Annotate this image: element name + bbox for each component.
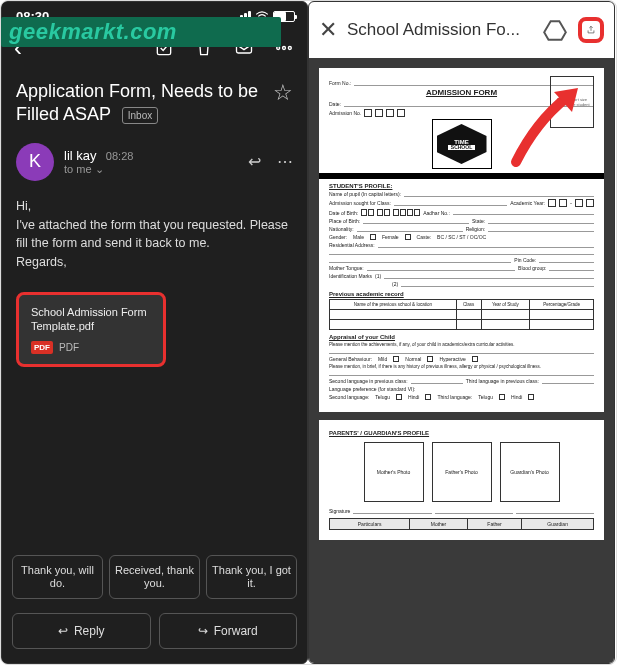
quick-reply-1[interactable]: Thank you, will do.: [12, 555, 103, 599]
pdf-viewer-screen: ✕ School Admission Fo... Form No.: ADMIS…: [308, 1, 615, 664]
reply-icon[interactable]: ↩: [248, 152, 261, 171]
action-row: ↩ Reply ↪ Forward: [2, 607, 307, 663]
email-subject: Application Form, Needs to be Filled ASA…: [16, 80, 265, 127]
prev-record-table: Name of the previous school & locationCl…: [329, 299, 594, 330]
quick-reply-3[interactable]: Thank you, I got it.: [206, 555, 297, 599]
father-photo-box: Father's Photo: [432, 442, 492, 502]
sender-row: K lil kay 08:28 to me ⌄ ↩ ⋯: [2, 133, 307, 191]
attachment-type: PDF PDF: [31, 341, 151, 354]
email-app-screen: 08:30 ‹ Application Form, Needs to be Fi…: [1, 1, 308, 664]
forward-arrow-icon: ↪: [198, 624, 208, 638]
inbox-badge: Inbox: [122, 107, 158, 124]
guardian-table: ParticularsMotherFatherGuardian: [329, 518, 594, 530]
sender-name: lil kay: [64, 148, 97, 163]
email-body: Hi, I've attached the form that you requ…: [2, 191, 307, 278]
pdf-page-1: Form No.: ADMISSION FORM Date: Admission…: [319, 68, 604, 412]
drive-icon[interactable]: [542, 17, 568, 43]
reply-button[interactable]: ↩ Reply: [12, 613, 151, 649]
quick-replies: Thank you, will do. Received, thank you.…: [2, 547, 307, 607]
pdf-page-2: PARENTS' / GUARDIAN'S PROFILE Mother's P…: [319, 420, 604, 540]
student-photo-box: Fix passport size photo of the student: [550, 76, 594, 128]
star-button[interactable]: ☆: [273, 80, 293, 106]
pdf-viewport[interactable]: Form No.: ADMISSION FORM Date: Admission…: [309, 58, 614, 663]
sender-actions: ↩ ⋯: [248, 152, 293, 171]
attachment-name: School Admission Form Template.pdf: [31, 305, 151, 334]
svg-point-5: [288, 47, 291, 50]
close-button[interactable]: ✕: [319, 17, 337, 43]
attachment-card[interactable]: School Admission Form Template.pdf PDF P…: [16, 292, 166, 368]
more-options-icon[interactable]: ⋯: [277, 152, 293, 171]
reply-arrow-icon: ↩: [58, 624, 68, 638]
pdf-badge-icon: PDF: [31, 341, 53, 354]
pdf-header: ✕ School Admission Fo...: [309, 2, 614, 58]
share-button[interactable]: [578, 17, 604, 43]
school-logo: TIME SCHOOL: [432, 119, 492, 169]
quick-reply-2[interactable]: Received, thank you.: [109, 555, 200, 599]
forward-button[interactable]: ↪ Forward: [159, 613, 298, 649]
subject-row: Application Form, Needs to be Filled ASA…: [2, 70, 307, 133]
avatar[interactable]: K: [16, 143, 54, 181]
mother-photo-box: Mother's Photo: [364, 442, 424, 502]
watermark: geekmarkt.com: [1, 17, 281, 47]
svg-point-4: [283, 47, 286, 50]
guardian-photo-box: Guardian's Photo: [500, 442, 560, 502]
pdf-title: School Admission Fo...: [347, 20, 532, 40]
chevron-down-icon: ⌄: [95, 163, 104, 176]
sender-to[interactable]: to me ⌄: [64, 163, 238, 176]
sender-info: lil kay 08:28 to me ⌄: [64, 148, 238, 176]
sender-time: 08:28: [106, 150, 134, 162]
